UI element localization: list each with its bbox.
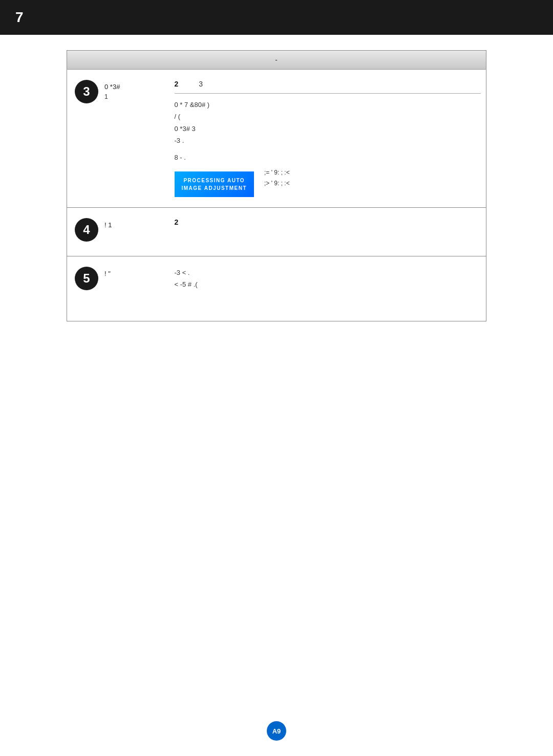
row3-body-line3: 0 *3# 3	[175, 123, 481, 135]
row3-side-line1: ;= ' 9: ; :<	[264, 167, 481, 179]
step3-label-line1: 0 *3#	[104, 82, 120, 92]
step5-text: ! "	[104, 267, 111, 279]
step5-circle: 5	[75, 267, 98, 290]
table-header-row: -	[67, 51, 486, 70]
row3-col2-title: 2	[175, 80, 179, 88]
row3-button-col: PROCESSING AUTO IMAGE ADJUSTMENT	[175, 167, 254, 197]
row3-body: 0 * 7 &80# ) / ( 0 *3# 3 -3 .	[175, 99, 481, 147]
row3-divider	[175, 93, 481, 94]
table-row: 5 ! " -3 < . < -5 # .(	[67, 256, 486, 321]
step3-number: 3	[83, 84, 90, 99]
page-number-badge: A9	[267, 721, 286, 741]
step4-number: 4	[83, 223, 90, 237]
row3-col3-title: 3	[199, 80, 203, 88]
page-number: 7	[15, 9, 24, 25]
row5-body-line1: -3 < .	[175, 267, 481, 278]
processing-auto-image-adjustment-button[interactable]: PROCESSING AUTO IMAGE ADJUSTMENT	[175, 171, 254, 197]
step4-label-line1: ! 1	[104, 220, 112, 230]
step4-circle: 4	[75, 218, 98, 242]
table-header-label: -	[67, 51, 486, 70]
row5-body: -3 < . < -5 # .(	[175, 267, 481, 291]
step3-circle: 3	[75, 80, 98, 103]
step4-text: ! 1	[104, 218, 112, 230]
step5-label-line1: ! "	[104, 269, 111, 279]
row3-side-text: ;= ' 9: ; :< ;> ' 9: ; :<	[264, 167, 481, 189]
step4-header: 4 ! 1	[75, 218, 162, 246]
row4-title: 2	[175, 218, 481, 226]
content-table: - 3 0 *3# 1	[67, 50, 486, 321]
step3-header: 3 0 *3# 1	[75, 80, 162, 107]
row3-side-line2: ;> ' 9: ; :<	[264, 178, 481, 189]
table-row: 4 ! 1 2	[67, 207, 486, 256]
step3-text: 0 *3# 1	[104, 80, 120, 100]
table-row: 3 0 *3# 1 2 3	[67, 70, 486, 208]
button-line2: IMAGE ADJUSTMENT	[182, 184, 247, 192]
row3-body-line1: 0 * 7 &80# )	[175, 99, 481, 111]
main-content: - 3 0 *3# 1	[67, 50, 486, 321]
step5-header: 5 ! "	[75, 267, 162, 294]
row3-button-area: PROCESSING AUTO IMAGE ADJUSTMENT ;= ' 9:…	[175, 167, 481, 197]
page-header: 7	[0, 0, 553, 35]
button-line1: PROCESSING AUTO	[182, 177, 247, 184]
row3-body-line4: -3 .	[175, 135, 481, 146]
row3-body-line2: / (	[175, 111, 481, 122]
step5-number: 5	[83, 271, 90, 286]
row3-note: 8 - .	[175, 152, 481, 163]
row5-body-line2: < -5 # .(	[175, 278, 481, 290]
step3-label-line2: 1	[104, 93, 120, 100]
